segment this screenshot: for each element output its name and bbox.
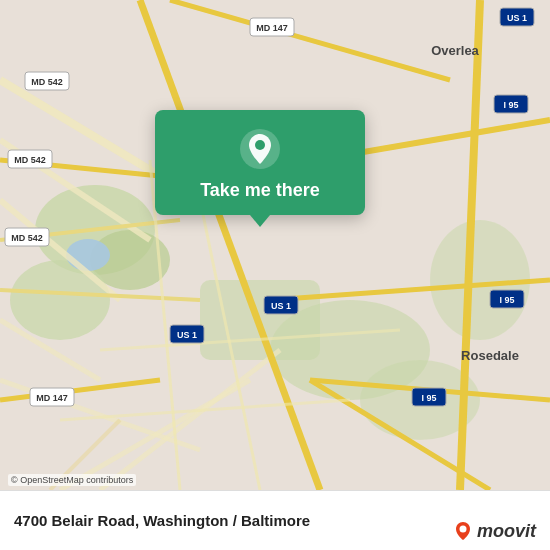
svg-text:US 1: US 1 — [507, 13, 527, 23]
svg-text:MD 147: MD 147 — [36, 393, 68, 403]
take-me-there-button[interactable]: Take me there — [155, 110, 365, 215]
svg-point-57 — [255, 140, 265, 150]
location-pin-icon — [239, 128, 281, 170]
svg-text:US 1: US 1 — [271, 301, 291, 311]
svg-text:MD 542: MD 542 — [14, 155, 46, 165]
svg-text:MD 147: MD 147 — [256, 23, 288, 33]
bottom-bar: 4700 Belair Road, Washington / Baltimore… — [0, 490, 550, 550]
moovit-pin-icon — [452, 520, 474, 542]
osm-attribution: © OpenStreetMap contributors — [8, 474, 136, 486]
svg-point-58 — [459, 526, 466, 533]
svg-point-3 — [10, 260, 110, 340]
moovit-brand-text: moovit — [477, 521, 536, 542]
svg-text:MD 542: MD 542 — [11, 233, 43, 243]
svg-text:Rosedale: Rosedale — [461, 348, 519, 363]
svg-text:US 1: US 1 — [177, 330, 197, 340]
svg-text:I 95: I 95 — [503, 100, 518, 110]
svg-text:I 95: I 95 — [421, 393, 436, 403]
svg-text:Overlea: Overlea — [431, 43, 479, 58]
map-svg: MD 542 MD 542 MD 542 MD 147 MD 147 US 1 … — [0, 0, 550, 490]
svg-point-8 — [66, 239, 110, 271]
svg-text:MD 542: MD 542 — [31, 77, 63, 87]
popup-label: Take me there — [200, 180, 320, 201]
map-area: MD 542 MD 542 MD 542 MD 147 MD 147 US 1 … — [0, 0, 550, 490]
moovit-logo: moovit — [452, 520, 536, 542]
svg-text:I 95: I 95 — [499, 295, 514, 305]
